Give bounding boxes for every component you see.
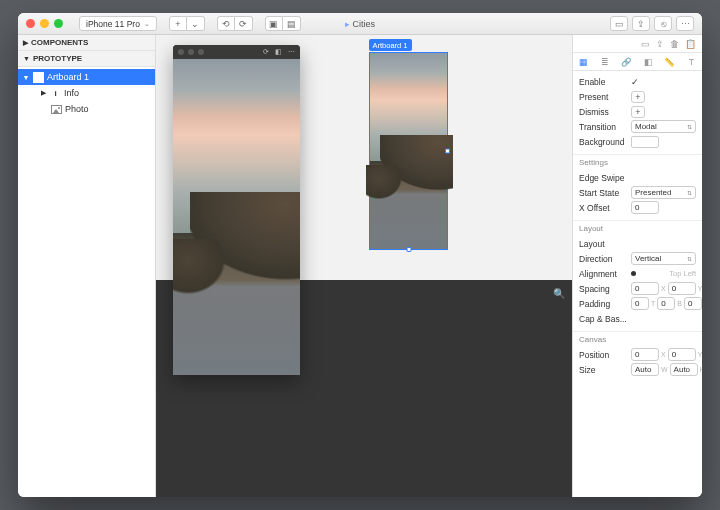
direction-select[interactable]: Vertical⇅ <box>631 252 696 265</box>
layout-label: Layout <box>579 239 627 249</box>
spacing-x-field[interactable]: 0 <box>631 282 659 295</box>
simulator-titlebar: ⟳ ◧ ⋯ <box>173 45 300 59</box>
view-segmented: ▣ ▤ <box>265 16 301 31</box>
outline-panel: ▶COMPONENTS ▼PROTOTYPE ▼ Artboard 1 ▶ In… <box>18 35 156 497</box>
sim-refresh-icon[interactable]: ⟳ <box>263 48 269 56</box>
tree-row-photo[interactable]: Photo <box>18 101 155 117</box>
toolbar-btn-0[interactable]: ▭ <box>610 16 628 31</box>
section-layout: Layout Layout DirectionVertical⇅ Alignme… <box>573 220 702 331</box>
xoffset-label: X Offset <box>579 203 627 213</box>
position-x-field[interactable]: 0 <box>631 348 659 361</box>
startstate-label: Start State <box>579 188 627 198</box>
prototype-header[interactable]: ▼PROTOTYPE <box>18 51 155 67</box>
dismiss-label: Dismiss <box>579 107 627 117</box>
simulator-window[interactable]: ⟳ ◧ ⋯ <box>173 45 300 375</box>
dismiss-add-button[interactable]: + <box>631 106 645 118</box>
disclosure-icon[interactable]: ▶ <box>39 89 47 97</box>
tab-style[interactable]: ◧ <box>638 53 660 70</box>
alignment-hint: Top Left <box>669 269 696 278</box>
toolbar-btn-3[interactable]: ⋯ <box>676 16 694 31</box>
section-title: Layout <box>579 224 696 233</box>
edgeswipe-label: Edge Swipe <box>579 173 627 183</box>
close-window-button[interactable] <box>26 19 35 28</box>
add-segmented: + ⌄ <box>169 16 205 31</box>
spacing-label: Spacing <box>579 284 627 294</box>
size-h-field[interactable]: Auto <box>670 363 698 376</box>
device-picker-label: iPhone 11 Pro <box>86 19 140 29</box>
toolbar-btn-1[interactable]: ⇪ <box>632 16 650 31</box>
padding-label: Padding <box>579 299 627 309</box>
alignment-label: Alignment <box>579 269 627 279</box>
search-icon[interactable]: 🔍 <box>552 286 566 300</box>
add-button[interactable]: + <box>169 16 187 31</box>
tree-row-label: Info <box>64 88 79 98</box>
resize-handle-right[interactable] <box>445 149 450 154</box>
toolbar-btn-2[interactable]: ⎋ <box>654 16 672 31</box>
transition-label: Transition <box>579 122 627 132</box>
disclosure-icon[interactable]: ▼ <box>22 74 30 81</box>
startstate-select[interactable]: Presented⇅ <box>631 186 696 199</box>
background-label: Background <box>579 137 627 147</box>
tree-row-artboard[interactable]: ▼ Artboard 1 <box>18 69 155 85</box>
device-picker[interactable]: iPhone 11 Pro ⌄ <box>79 16 157 31</box>
section-title: Canvas <box>579 335 696 344</box>
insp-icon-1[interactable]: ⇪ <box>656 39 664 49</box>
artboard-selected[interactable]: Artboard 1 <box>369 52 448 250</box>
tab-layout[interactable]: ▦ <box>573 53 595 70</box>
insp-icon-copy[interactable]: 📋 <box>685 39 696 49</box>
padding-t-field[interactable]: 0 <box>631 297 649 310</box>
titlebar: iPhone 11 Pro ⌄ + ⌄ ⟲ ⟳ ▣ ▤ ▸ Cities ▭ ⇪… <box>18 13 702 35</box>
tab-ruler[interactable]: 📏 <box>659 53 681 70</box>
zoom-window-button[interactable] <box>54 19 63 28</box>
transition-select[interactable]: Modal⇅ <box>631 120 696 133</box>
tree-row-info[interactable]: ▶ Info <box>18 85 155 101</box>
background-colorwell[interactable] <box>631 136 659 148</box>
present-label: Present <box>579 92 627 102</box>
add-menu-button[interactable]: ⌄ <box>187 16 205 31</box>
section-settings: Settings Edge Swipe Start StatePresented… <box>573 154 702 220</box>
undo-button[interactable]: ⟲ <box>217 16 235 31</box>
list-view-button[interactable]: ▤ <box>283 16 301 31</box>
chevron-down-icon: ⌄ <box>144 20 150 28</box>
tree-row-label: Photo <box>65 104 89 114</box>
alignment-indicator[interactable] <box>631 271 636 276</box>
resize-handle-bottom[interactable] <box>406 247 411 252</box>
section-canvas: Canvas Position 0X 0Y Size AutoW AutoH <box>573 331 702 382</box>
inspector-action-bar: ▭ ⇪ 🗑 📋 <box>573 35 702 53</box>
sim-more-icon[interactable]: ⋯ <box>288 48 295 56</box>
tab-layers[interactable]: ≣ <box>595 53 617 70</box>
sim-dot-icon <box>188 49 194 55</box>
layer-tree: ▼ Artboard 1 ▶ Info Photo <box>18 67 155 119</box>
size-label: Size <box>579 365 627 375</box>
window-controls <box>26 19 63 28</box>
history-segmented: ⟲ ⟳ <box>217 16 253 31</box>
section-title: Settings <box>579 158 696 167</box>
insp-icon-0[interactable]: ▭ <box>641 39 650 49</box>
spacing-y-field[interactable]: 0 <box>668 282 696 295</box>
tree-row-label: Artboard 1 <box>47 72 89 82</box>
chevron-updown-icon: ⇅ <box>687 123 692 130</box>
components-header[interactable]: ▶COMPONENTS <box>18 35 155 51</box>
app-window: iPhone 11 Pro ⌄ + ⌄ ⟲ ⟳ ▣ ▤ ▸ Cities ▭ ⇪… <box>18 13 702 497</box>
canvas-view-button[interactable]: ▣ <box>265 16 283 31</box>
minimize-window-button[interactable] <box>40 19 49 28</box>
size-w-field[interactable]: Auto <box>631 363 659 376</box>
toolbar-right: ▭ ⇪ ⎋ ⋯ <box>610 16 694 31</box>
redo-button[interactable]: ⟳ <box>235 16 253 31</box>
artboard-icon <box>33 72 44 83</box>
sim-layout-icon[interactable]: ◧ <box>275 48 282 56</box>
inspector-panel: ▭ ⇪ 🗑 📋 ▦ ≣ 🔗 ◧ 📏 T Enable✓ Present+ Dis… <box>572 35 702 497</box>
image-icon <box>51 105 62 114</box>
tab-type[interactable]: T <box>681 53 703 70</box>
insp-icon-trash[interactable]: 🗑 <box>670 39 679 49</box>
tab-link[interactable]: 🔗 <box>616 53 638 70</box>
artboard-photo <box>370 53 447 249</box>
canvas[interactable]: 🔍 ⟳ ◧ ⋯ Artboard 1 <box>156 35 572 497</box>
xoffset-field[interactable]: 0 <box>631 201 659 214</box>
artboard-label[interactable]: Artboard 1 <box>369 39 412 51</box>
enable-checkbox[interactable]: ✓ <box>631 77 639 87</box>
position-y-field[interactable]: 0 <box>668 348 696 361</box>
present-add-button[interactable]: + <box>631 91 645 103</box>
padding-r-field[interactable]: 0 <box>657 297 675 310</box>
padding-b-field[interactable]: 0 <box>684 297 702 310</box>
